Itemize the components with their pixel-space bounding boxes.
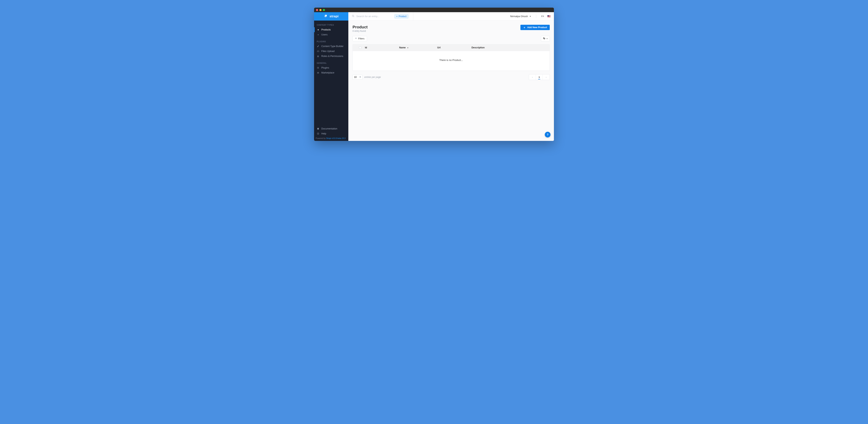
search-filter-chip-label: Product xyxy=(399,15,406,18)
page-content: Product 0 entry found ＋ Add New Product … xyxy=(348,21,554,141)
powered-by-prefix: Powered by xyxy=(316,137,326,139)
strapi-logo-icon xyxy=(324,14,328,19)
window-minimize-icon[interactable] xyxy=(319,9,321,11)
data-table: Id Name ▼ Url Description There is no Pr… xyxy=(352,44,550,71)
sidebar-item-label: Help xyxy=(321,132,326,135)
chevron-right-icon: › xyxy=(546,76,547,78)
per-page-label: entries per page xyxy=(364,76,381,79)
sidebar-item-label: Marketplace xyxy=(321,71,334,74)
sidebar-item-marketplace[interactable]: Marketplace xyxy=(314,70,348,75)
sidebar-item-plugins[interactable]: Plugins xyxy=(314,65,348,70)
sidebar-item-label: Users xyxy=(321,33,328,36)
sidebar: strapi CONTENT TYPES Products Users PLUG… xyxy=(314,12,348,141)
bullet-icon xyxy=(318,34,319,35)
users-icon xyxy=(317,55,319,58)
search-filter-chip[interactable]: ▾ Product xyxy=(394,14,408,19)
sidebar-item-label: Products xyxy=(321,28,331,31)
powered-by-link[interactable]: Strapi v3.0.0-beta.18.3 xyxy=(326,137,345,139)
svg-line-15 xyxy=(353,17,354,17)
pagination-prev-button[interactable]: ‹ xyxy=(529,74,536,80)
book-icon xyxy=(317,127,319,130)
add-new-product-button[interactable]: ＋ Add New Product xyxy=(520,25,550,30)
toolbar-row: Filters ▼ xyxy=(352,36,550,41)
user-name: Nirmalya Ghosh xyxy=(510,15,528,18)
filter-icon xyxy=(355,37,357,40)
sidebar-item-content-type-builder[interactable]: Content Type Builder xyxy=(314,44,348,49)
caret-down-icon: ▼ xyxy=(529,16,531,17)
window-maximize-icon[interactable] xyxy=(323,9,325,11)
select-all-checkbox[interactable] xyxy=(359,47,361,49)
nav-section-content-types: CONTENT TYPES Products Users xyxy=(314,21,348,37)
page-subtitle: 0 entry found xyxy=(352,30,368,32)
table-empty-state: There is no Product... xyxy=(353,51,550,71)
filters-button-label: Filters xyxy=(358,37,365,40)
svg-point-14 xyxy=(352,15,354,17)
nav-heading: CONTENT TYPES xyxy=(314,23,348,27)
help-fab-button[interactable]: ? xyxy=(545,132,551,138)
sidebar-item-label: Files Upload xyxy=(321,50,335,53)
table-header-checkbox-cell xyxy=(355,47,365,49)
question-circle-icon xyxy=(317,132,319,135)
nav-heading: GENERAL xyxy=(314,61,348,65)
cloud-upload-icon xyxy=(317,50,319,53)
user-menu[interactable]: Nirmalya Ghosh ▼ xyxy=(510,15,531,18)
table-header-id[interactable]: Id xyxy=(365,46,399,49)
sidebar-item-help[interactable]: Help xyxy=(314,131,348,136)
stepper-icon: ▲▼ xyxy=(360,76,361,78)
nav-section-plugins: PLUGINS Content Type Builder Files Uploa… xyxy=(314,37,348,59)
plus-icon: ＋ xyxy=(523,26,526,29)
chevron-left-icon: ‹ xyxy=(532,76,533,78)
sidebar-item-documentation[interactable]: Documentation xyxy=(314,126,348,131)
search-icon xyxy=(352,14,354,18)
main-content: ▾ Product Nirmalya Ghosh ▼ EN Product xyxy=(348,12,554,141)
table-footer: 10 ▲▼ entries per page ‹ 1 › xyxy=(352,74,550,80)
sidebar-footer: Documentation Help Powered by Strapi v3.… xyxy=(314,126,348,141)
flag-us-icon[interactable] xyxy=(548,15,551,17)
page-title: Product xyxy=(352,25,368,29)
page-header: Product 0 entry found ＋ Add New Product xyxy=(352,25,550,32)
app-body: strapi CONTENT TYPES Products Users PLUG… xyxy=(314,12,554,141)
sidebar-item-products[interactable]: Products xyxy=(314,27,348,32)
filters-button[interactable]: Filters xyxy=(352,36,367,41)
sidebar-item-users[interactable]: Users xyxy=(314,32,348,37)
filter-icon: ▾ xyxy=(397,16,398,17)
per-page-value: 10 xyxy=(354,76,356,79)
nav-section-general: GENERAL Plugins Marketplace xyxy=(314,59,348,75)
list-icon xyxy=(317,66,319,69)
settings-dropdown-button[interactable]: ▼ xyxy=(541,36,550,41)
paintbrush-icon xyxy=(317,45,319,48)
pagination-next-button[interactable]: › xyxy=(543,74,550,80)
search-input[interactable] xyxy=(356,15,393,18)
svg-point-1 xyxy=(317,56,318,56)
sidebar-item-label: Roles & Permissions xyxy=(321,55,343,58)
brand-name: strapi xyxy=(330,14,339,18)
bullet-icon xyxy=(318,29,319,30)
sidebar-item-roles-permissions[interactable]: Roles & Permissions xyxy=(314,54,348,59)
gear-icon xyxy=(543,37,545,40)
search-wrap: ▾ Product xyxy=(352,14,408,19)
sidebar-item-files-upload[interactable]: Files Upload xyxy=(314,49,348,54)
window-close-icon[interactable] xyxy=(316,9,318,11)
table-header-url[interactable]: Url xyxy=(437,46,471,49)
sort-desc-icon: ▼ xyxy=(407,47,409,49)
sidebar-item-label: Content Type Builder xyxy=(321,45,344,48)
powered-by: Powered by Strapi v3.0.0-beta.18.3 xyxy=(314,136,348,141)
language-code[interactable]: EN xyxy=(541,15,544,17)
brand-header[interactable]: strapi xyxy=(314,12,348,21)
topbar: ▾ Product Nirmalya Ghosh ▼ EN xyxy=(348,12,554,21)
nav-heading: PLUGINS xyxy=(314,40,348,44)
pagination: ‹ 1 › xyxy=(529,74,550,80)
table-header-row: Id Name ▼ Url Description xyxy=(353,44,550,51)
table-header-name[interactable]: Name ▼ xyxy=(399,46,437,49)
pagination-page-1[interactable]: 1 xyxy=(536,74,543,80)
per-page-control: 10 ▲▼ entries per page xyxy=(352,74,381,80)
per-page-select[interactable]: 10 ▲▼ xyxy=(352,74,363,80)
basket-icon xyxy=(317,71,319,74)
add-button-label: Add New Product xyxy=(527,26,547,29)
pagination-page-number: 1 xyxy=(538,76,540,78)
window-titlebar xyxy=(314,8,554,12)
sidebar-item-label: Documentation xyxy=(321,127,337,130)
app-window: strapi CONTENT TYPES Products Users PLUG… xyxy=(314,8,554,141)
table-header-description[interactable]: Description xyxy=(471,46,547,49)
svg-point-2 xyxy=(318,56,319,56)
